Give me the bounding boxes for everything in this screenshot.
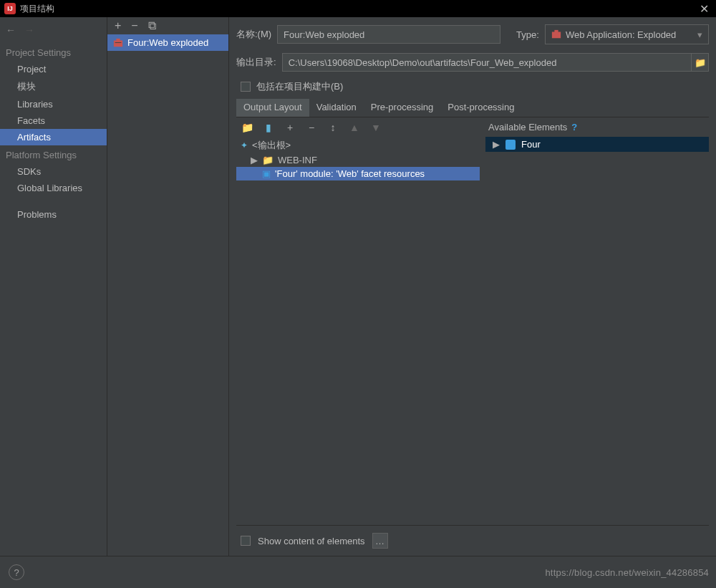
nav-project[interactable]: Project [0,61,107,77]
name-label: 名称:(M) [236,28,271,41]
layout-tree: ✦ <输出根> ▶ 📁 WEB-INF ▣ 'Four' module: 'We… [236,138,480,525]
add-copy-icon[interactable]: + [284,122,296,133]
type-select[interactable]: Web Application: Exploded ▾ [545,24,709,44]
svg-rect-0 [114,40,122,47]
app-icon: IJ [4,3,16,14]
artifact-icon [113,38,123,48]
move-down-icon[interactable]: ▼ [369,122,382,133]
expand-icon[interactable]: ▶ [493,139,500,150]
output-layout-tree-panel: 📁 ▮ + − ↕ ▲ ▼ ✦ <输出根> ▶ 📁 W [236,117,480,525]
nav-facets[interactable]: Facets [0,112,107,129]
close-icon[interactable]: ✕ [697,2,712,16]
nav-modules[interactable]: 模块 [0,77,107,96]
list-toolbar: + − ⧉ [107,17,228,34]
nav-libraries[interactable]: Libraries [0,96,107,112]
include-label: 包括在项目构建中(B) [256,80,343,93]
copy-icon[interactable]: ⧉ [148,19,156,32]
nav-artifacts[interactable]: Artifacts [0,129,107,145]
add-icon[interactable]: + [115,19,121,32]
show-content-options-button[interactable]: … [372,533,388,549]
sort-icon[interactable]: ↕ [326,122,339,133]
root-icon: ✦ [241,140,248,150]
svg-rect-1 [116,38,120,41]
help-icon[interactable]: ? [571,122,577,132]
artifacts-list-panel: + − ⧉ Four:Web exploded [107,17,229,556]
type-icon [551,29,561,39]
type-label: Type: [516,29,539,40]
output-input[interactable] [282,53,692,72]
available-elements-label: Available Elements [488,122,567,132]
title-bar: IJ 项目结构 ✕ [0,0,716,17]
web-icon: ▣ [262,168,271,179]
tree-root[interactable]: ✦ <输出根> [236,138,480,153]
include-checkbox[interactable] [241,82,251,92]
chevron-down-icon: ▾ [697,29,702,40]
folder-icon: 📁 [262,155,274,165]
section-project-settings: Project Settings [0,43,107,61]
nav-history: ← → [0,21,107,43]
available-elements-panel: Available Elements ? ▶ Four [480,117,709,525]
nav-problems[interactable]: Problems [0,206,107,223]
sidebar: ← → Project Settings Project 模块 Librarie… [0,17,107,556]
artifact-list-item[interactable]: Four:Web exploded [107,34,228,51]
section-platform-settings: Platform Settings [0,145,107,163]
expand-icon[interactable]: ▶ [251,155,258,165]
tab-pre-processing[interactable]: Pre-processing [364,99,440,117]
tabs: Output Layout Validation Pre-processing … [236,99,709,117]
artifact-name: Four:Web exploded [127,37,208,48]
available-item[interactable]: ▶ Four [485,137,709,152]
window-title: 项目结构 [20,3,697,15]
tree-facet-resources[interactable]: ▣ 'Four' module: 'Web' facet resources [236,167,480,180]
tab-validation[interactable]: Validation [309,99,364,117]
nav-global-libraries[interactable]: Global Libraries [0,180,107,196]
browse-folder-icon[interactable]: 📁 [692,53,709,72]
tree-webinf[interactable]: ▶ 📁 WEB-INF [236,153,480,167]
nav-sdks[interactable]: SDKs [0,163,107,180]
remove-icon[interactable]: − [131,19,137,32]
new-archive-icon[interactable]: ▮ [262,122,275,133]
detail-panel: 名称:(M) Type: Web Application: Exploded ▾… [229,17,716,556]
show-content-checkbox[interactable] [241,536,251,546]
output-label: 输出目录: [236,56,276,69]
forward-icon: → [24,24,34,36]
remove-layout-icon[interactable]: − [305,122,318,133]
show-content-row: Show content of elements … [236,525,709,556]
show-content-label: Show content of elements [258,536,365,546]
svg-rect-4 [554,30,558,33]
layout-toolbar: 📁 ▮ + − ↕ ▲ ▼ [236,117,480,138]
name-input[interactable] [277,25,500,44]
move-up-icon[interactable]: ▲ [348,122,361,133]
module-icon [505,140,516,150]
new-folder-icon[interactable]: 📁 [241,122,253,133]
tab-post-processing[interactable]: Post-processing [440,99,521,117]
help-button[interactable]: ? [9,564,24,580]
svg-rect-2 [115,42,122,43]
type-value: Web Application: Exploded [566,29,676,40]
watermark: https://blog.csdn.net/weixin_44286854 [545,567,709,578]
svg-rect-3 [552,32,561,39]
back-icon[interactable]: ← [6,24,16,36]
tab-output-layout[interactable]: Output Layout [236,99,309,117]
